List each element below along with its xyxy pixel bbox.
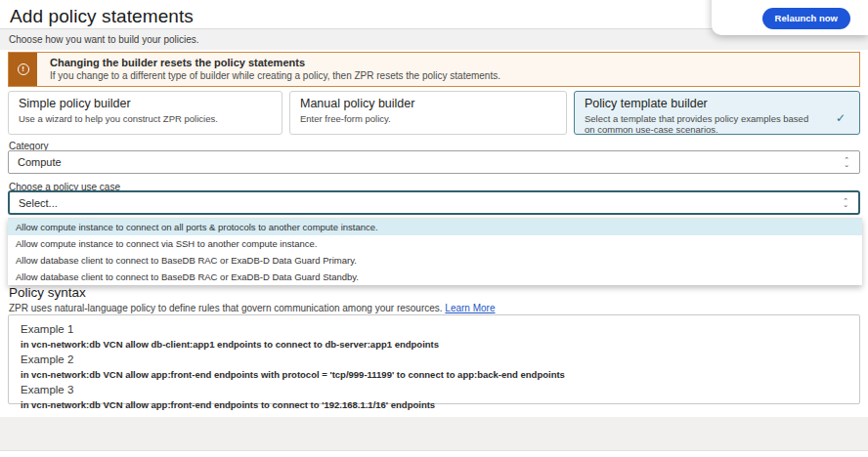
use-case-options-list: Allow compute instance to connect on all…: [8, 218, 862, 285]
learn-more-link[interactable]: Learn More: [445, 303, 495, 313]
policy-examples-box: Example 1 in vcn-network:db VCN allow db…: [8, 314, 860, 404]
policy-syntax-heading: Policy syntax: [9, 285, 86, 300]
card-title: Manual policy builder: [300, 97, 556, 110]
use-case-option[interactable]: Allow compute instance to connect via SS…: [8, 235, 862, 252]
chevron-updown-icon: ⌃⌄: [843, 198, 848, 207]
footer-band: [0, 417, 868, 451]
warning-accent-block: !: [9, 53, 37, 86]
card-manual-policy-builder[interactable]: Manual policy builder Enter free-form po…: [289, 91, 567, 135]
example-label: Example 3: [21, 384, 847, 395]
example-label: Example 1: [21, 323, 847, 335]
warning-icon: !: [18, 63, 29, 75]
card-title: Policy template builder: [585, 97, 849, 110]
relaunch-now-button[interactable]: Relaunch now: [762, 8, 850, 29]
use-case-option[interactable]: Allow database client to connect to Base…: [8, 252, 862, 269]
card-description: Select a template that provides policy e…: [585, 113, 819, 136]
example-code: in vcn-network:db VCN allow app:front-en…: [21, 369, 847, 380]
relaunch-toast: Relaunch now: [712, 0, 868, 35]
page-title: Add policy statements: [10, 6, 194, 27]
card-policy-template-builder[interactable]: Policy template builder Select a templat…: [574, 91, 860, 135]
example-code: in vcn-network:db VCN allow db-client:ap…: [21, 339, 847, 350]
card-description: Enter free-form policy.: [300, 113, 556, 124]
warning-title: Changing the builder resets the policy s…: [50, 57, 500, 68]
use-case-selected-value: Select...: [19, 197, 58, 209]
category-select[interactable]: Compute ⌃⌄: [8, 150, 860, 174]
card-simple-policy-builder[interactable]: Simple policy builder Use a wizard to he…: [8, 91, 282, 135]
use-case-select[interactable]: Select... ⌃⌄: [8, 190, 860, 215]
checkmark-icon: ✓: [836, 111, 846, 125]
card-title: Simple policy builder: [19, 97, 272, 110]
category-selected-value: Compute: [18, 156, 62, 168]
use-case-option[interactable]: Allow database client to connect to Base…: [8, 269, 862, 285]
use-case-option[interactable]: Allow compute instance to connect on all…: [8, 219, 862, 235]
policy-syntax-description: ZPR uses natural-language policy to defi…: [9, 303, 496, 313]
example-label: Example 2: [21, 353, 847, 365]
example-code: in vcn-network:db VCN allow app:front-en…: [21, 399, 847, 410]
chevron-updown-icon: ⌃⌄: [844, 158, 849, 167]
warning-message: If you change to a different type of bui…: [50, 70, 500, 81]
card-description: Use a wizard to help you construct ZPR p…: [19, 113, 272, 124]
policy-syntax-description-text: ZPR uses natural-language policy to defi…: [9, 303, 443, 313]
warning-banner: ! Changing the builder resets the policy…: [8, 52, 860, 87]
